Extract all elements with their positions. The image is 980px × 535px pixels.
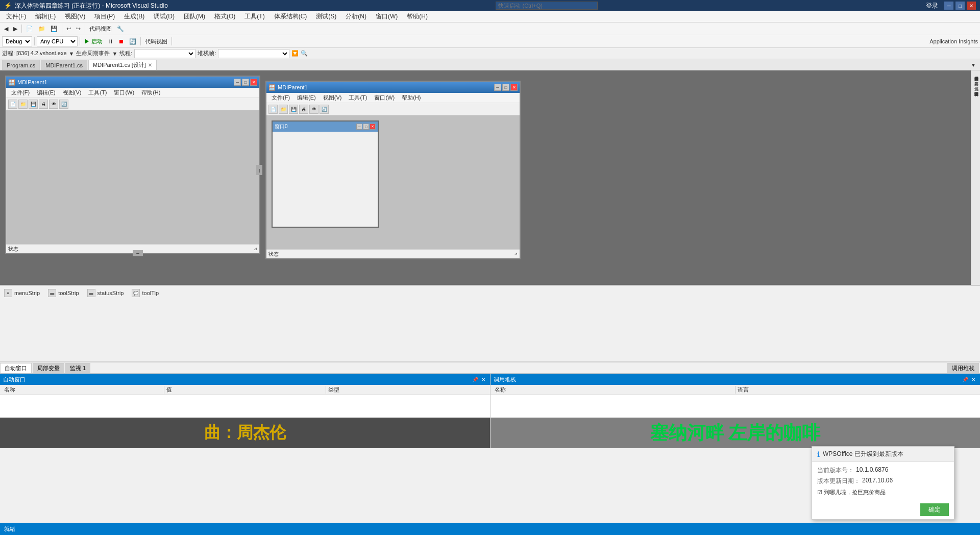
menu-test[interactable]: 测试(S) — [312, 11, 340, 22]
sidebar-toolbox[interactable]: 工具箱 — [973, 77, 978, 81]
child0-close[interactable]: ✕ — [370, 124, 376, 130]
wps-date-value: 2017.10.06 — [862, 477, 893, 485]
menu-build[interactable]: 生成(B) — [120, 11, 149, 22]
sidebar-properties[interactable]: 属性 — [973, 82, 978, 86]
tab-design-close[interactable]: ✕ — [148, 62, 152, 68]
menu-strip-component[interactable]: ≡ menuStrip — [4, 289, 40, 297]
mdi2-tool-refresh[interactable]: 🔄 — [320, 105, 329, 114]
mdi2-tool-print[interactable]: 🖨 — [299, 105, 308, 114]
stop-button[interactable]: ⏹ — [116, 36, 126, 46]
sidebar-server-explorer[interactable]: 服务器资源管理器 — [973, 71, 978, 76]
menu-help[interactable]: 帮助(H) — [403, 11, 432, 22]
call-stack-tab[interactable]: 调用堆栈 — [947, 363, 979, 373]
mdi1-menu-edit[interactable]: 编辑(E) — [34, 88, 59, 97]
menu-project[interactable]: 项目(P) — [90, 11, 119, 22]
mdi1-menu-view[interactable]: 视图(V) — [60, 88, 85, 97]
mdi2-menu-tools[interactable]: 工具(T) — [346, 93, 370, 102]
mdi2-close-btn[interactable]: ✕ — [510, 84, 518, 91]
toolbar-settings[interactable]: 🔧 — [115, 23, 126, 34]
tab-program-cs[interactable]: Program.cs — [2, 60, 40, 70]
tool-strip-component[interactable]: ▬ toolStrip — [48, 289, 79, 297]
mdi1-tool-open[interactable]: 📁 — [18, 100, 28, 109]
mdi1-tool-print[interactable]: 🖨 — [39, 100, 48, 109]
tooltip-component[interactable]: 💬 toolTip — [132, 289, 159, 297]
mdi2-menu-window[interactable]: 窗口(W) — [371, 93, 398, 102]
title-text: 深入体验第四章练习 (正在运行) - Microsoft Visual Stud… — [15, 2, 168, 10]
mdi2-menu-edit[interactable]: 编辑(E) — [294, 93, 319, 102]
call-stack-btns: 📌 ✕ — [962, 376, 977, 383]
code-view-button[interactable]: 代码视图 — [143, 36, 169, 46]
wps-ok-button[interactable]: 确定 — [920, 503, 949, 516]
mdi1-menu-help[interactable]: 帮助(H) — [138, 88, 163, 97]
menu-analyze[interactable]: 分析(N) — [341, 11, 371, 22]
mdi2-tool-open[interactable]: 📁 — [279, 105, 288, 114]
menu-tools[interactable]: 工具(T) — [240, 11, 268, 22]
mdi1-menu-file[interactable]: 文件(F) — [8, 88, 33, 97]
auto-window-title: 自动窗口 — [3, 376, 26, 383]
debug-config-dropdown[interactable]: Debug — [2, 36, 32, 46]
pause-button[interactable]: ⏸ — [106, 36, 115, 46]
toolbar-undo[interactable]: ↩ — [64, 23, 73, 34]
mdi1-min-btn[interactable]: ─ — [234, 79, 241, 86]
mdi1-tool-new[interactable]: 📄 — [8, 100, 17, 109]
cpu-dropdown[interactable]: Any CPU — [37, 36, 78, 46]
auto-window-close[interactable]: ✕ — [480, 376, 487, 383]
resize-handle-bottom[interactable]: ─ — [133, 250, 143, 256]
toolbar-code[interactable]: 代码视图 — [87, 23, 114, 34]
toolbar-open[interactable]: 📁 — [36, 23, 47, 34]
child0-min[interactable]: ─ — [356, 124, 362, 130]
start-button[interactable]: ▶ 启动 — [82, 36, 105, 46]
toolbar-back[interactable]: ◀ — [2, 23, 10, 34]
watch1-tab[interactable]: 监视 1 — [65, 363, 90, 373]
menu-edit[interactable]: 编辑(E) — [31, 11, 60, 22]
mdi2-tool-new[interactable]: 📄 — [268, 105, 278, 114]
music-text: 曲：周杰伦 — [204, 422, 286, 444]
resize-handle-right[interactable]: | — [256, 165, 262, 175]
menu-team[interactable]: 团队(M) — [180, 11, 209, 22]
call-stack-close[interactable]: ✕ — [970, 376, 977, 383]
mdi2-menu-file[interactable]: 文件(F) — [268, 93, 293, 102]
restart-button[interactable]: 🔄 — [127, 36, 138, 46]
sidebar-team[interactable]: 团队资源管理器 — [973, 87, 978, 91]
toolbar-forward[interactable]: ▶ — [11, 23, 19, 34]
tab-mdiparent-cs[interactable]: MDIParent1.cs — [41, 60, 87, 70]
mdi2-statusbar: 状态 ⊿ — [266, 249, 520, 258]
menu-file[interactable]: 文件(F) — [2, 11, 30, 22]
thread-dropdown[interactable] — [134, 49, 195, 58]
mdi2-min-btn[interactable]: ─ — [494, 84, 501, 91]
mdi1-max-btn[interactable]: □ — [242, 79, 249, 86]
minimize-button[interactable]: ─ — [944, 2, 953, 10]
quick-search-input[interactable] — [496, 2, 598, 10]
mdi2-menu-help[interactable]: 帮助(H) — [399, 93, 424, 102]
tab-scroll-right[interactable]: ▼ — [969, 60, 978, 70]
maximize-button[interactable]: □ — [955, 2, 965, 10]
mdi1-close-btn[interactable]: ✕ — [250, 79, 257, 86]
mdi2-tool-preview[interactable]: 👁 — [309, 105, 318, 114]
status-strip-component[interactable]: ▬ statusStrip — [87, 289, 124, 297]
auto-window-tab[interactable]: 自动窗口 — [0, 363, 32, 373]
toolbar-new[interactable]: 📄 — [24, 23, 35, 34]
tab-mdiparent-design[interactable]: MDIParent1.cs [设计] ✕ — [88, 60, 157, 70]
menu-debug[interactable]: 调试(D) — [150, 11, 179, 22]
child0-max[interactable]: □ — [363, 124, 369, 130]
call-stack-pin[interactable]: 📌 — [962, 376, 969, 383]
mdi2-max-btn[interactable]: □ — [502, 84, 509, 91]
toolbar-save[interactable]: 💾 — [48, 23, 60, 34]
auto-window-pin[interactable]: 📌 — [472, 376, 479, 383]
menu-window[interactable]: 窗口(W) — [372, 11, 402, 22]
toolbar-redo[interactable]: ↪ — [74, 23, 83, 34]
local-vars-tab[interactable]: 局部变量 — [33, 363, 64, 373]
mdi2-tool-save[interactable]: 💾 — [289, 105, 298, 114]
close-button[interactable]: ✕ — [967, 2, 976, 10]
mdi1-tool-refresh[interactable]: 🔄 — [59, 100, 68, 109]
mdi1-menu-tools[interactable]: 工具(T) — [85, 88, 110, 97]
mdi1-tool-save[interactable]: 💾 — [29, 100, 38, 109]
mdi1-tool-preview[interactable]: 👁 — [49, 100, 58, 109]
menu-format[interactable]: 格式(O) — [210, 11, 239, 22]
mdi1-menu-window[interactable]: 窗口(W) — [111, 88, 137, 97]
menu-arch[interactable]: 体系结构(C) — [270, 11, 311, 22]
menu-view[interactable]: 视图(V) — [61, 11, 89, 22]
stack-dropdown[interactable] — [218, 49, 289, 58]
mdi2-menu-view[interactable]: 视图(V) — [320, 93, 345, 102]
login-link[interactable]: 登录 — [926, 2, 938, 10]
